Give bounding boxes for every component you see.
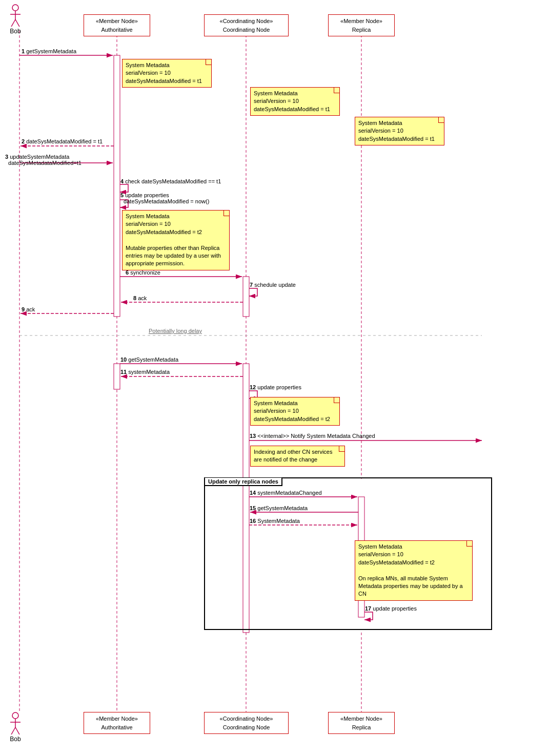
msg-6-label: 6 synchronize: [126, 269, 160, 276]
actor-bob-bottom: Bob: [9, 712, 22, 743]
svg-line-33: [11, 727, 15, 734]
svg-line-34: [15, 727, 19, 734]
msg-17-label: 17 update properties: [365, 605, 417, 612]
cn-top-text: «Coordinating Node»Coordinating Node: [209, 17, 284, 34]
note-5: System MetadataserialVersion = 10dateSys…: [250, 397, 340, 426]
svg-rect-9: [114, 364, 120, 389]
auth-classifier-bottom: «Member Node»Authoritative: [84, 712, 150, 734]
bob-bottom-label: Bob: [10, 736, 21, 743]
bob-figure-top: [9, 4, 22, 27]
bob-figure-bottom: [9, 712, 22, 734]
svg-line-29: [15, 19, 19, 27]
cn-bottom-text: «Coordinating Node»Coordinating Node: [209, 715, 284, 731]
auth-classifier-top: «Member Node»Authoritative: [84, 14, 150, 36]
msg-13-label: 13 <<internal>> Notify System Metadata C…: [250, 433, 375, 439]
note-1: System MetadataserialVersion = 10dateSys…: [122, 59, 212, 88]
bob-top-label: Bob: [10, 28, 21, 35]
replica-top-text: «Member Node»Replica: [333, 17, 390, 34]
msg-15-label: 15 getSystemMetadata: [250, 505, 308, 511]
msg-7-label: 7 schedule update: [250, 282, 296, 288]
sequence-diagram: Bob Bob «Member Node»Authoritative «Coor…: [0, 0, 549, 756]
note-6: Indexing and other CN services are notif…: [250, 446, 345, 467]
replica-classifier-bottom: «Member Node»Replica: [328, 712, 395, 734]
msg-16-label: 16 SystemMetadata: [250, 518, 300, 524]
auth-top-text: «Member Node»Authoritative: [88, 17, 146, 34]
msg-1-label: 1 getSystemMetadata: [22, 48, 76, 54]
msg-3-label: 3 updateSystemMetadata dateSysMetadataMo…: [5, 154, 82, 166]
msg-10-label: 10 getSystemMetadata: [120, 356, 178, 363]
divider-label: Potentially long delay: [149, 328, 202, 334]
note-4: System MetadataserialVersion = 10dateSys…: [122, 210, 230, 270]
auth-bottom-text: «Member Node»Authoritative: [88, 715, 146, 731]
fragment-box: Update only replica nodes: [204, 477, 492, 630]
replica-classifier-top: «Member Node»Replica: [328, 14, 395, 36]
msg-11-label: 11 systemMetadata: [120, 369, 170, 375]
replica-bottom-text: «Member Node»Replica: [333, 715, 390, 731]
msg-5-label: 5 update properties dateSysMetadataModif…: [120, 192, 209, 204]
svg-point-25: [12, 5, 18, 11]
note-3: System MetadataserialVersion = 10dateSys…: [355, 117, 444, 145]
msg-9-label: 9 ack: [22, 306, 35, 312]
svg-line-28: [11, 19, 15, 27]
fragment-label: Update only replica nodes: [205, 478, 282, 486]
svg-point-30: [12, 712, 18, 719]
msg-8-label: 8 ack: [133, 295, 147, 301]
msg-14-label: 14 systemMetadataChanged: [250, 490, 322, 496]
actor-bob-top: Bob: [9, 4, 22, 35]
cn-classifier-bottom: «Coordinating Node»Coordinating Node: [204, 712, 289, 734]
svg-rect-7: [114, 55, 120, 317]
note-2: System MetadataserialVersion = 10dateSys…: [250, 87, 340, 116]
msg-4-label: 4 check dateSysMetadataModified == t1: [120, 178, 221, 184]
msg-12-label: 12 update properties: [250, 384, 301, 390]
msg-2-label: 2 dateSysMetadataModified = t1: [22, 138, 103, 144]
svg-rect-8: [243, 277, 249, 317]
cn-classifier-top: «Coordinating Node»Coordinating Node: [204, 14, 289, 36]
